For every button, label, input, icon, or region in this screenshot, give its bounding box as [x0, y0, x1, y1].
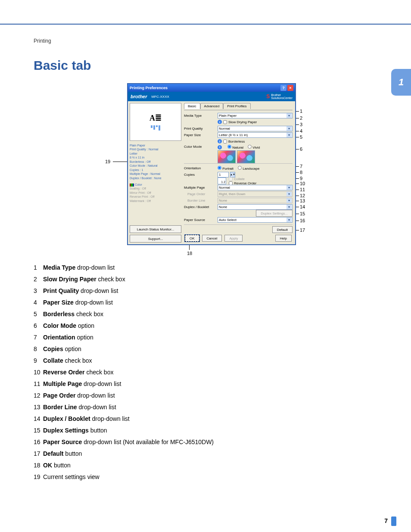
multiple-page-label: Multiple Page	[184, 186, 218, 190]
list-item: 4Paper Size drop-down list	[34, 299, 385, 305]
solutions-center-link[interactable]: S Brother SolutionsCenter	[266, 93, 293, 100]
list-item: 3Print Quality drop-down list	[34, 288, 385, 294]
setting-color: Color	[130, 183, 181, 187]
collate-label: Collate	[234, 177, 245, 181]
preview-chart-icon	[151, 125, 160, 131]
callout-12: 12	[300, 193, 305, 198]
natural-label: Natural	[232, 146, 243, 149]
callout-17: 17	[300, 227, 305, 233]
preview-box: A≣	[130, 103, 181, 141]
callout-14: 14	[300, 204, 305, 209]
color-mode-vivid-radio[interactable]: Vivid	[248, 145, 260, 149]
list-item: 13Border Line drop-down list	[34, 404, 385, 410]
page-order-label: Page Order	[184, 192, 218, 196]
setting-line: Duplex / Booklet : None	[130, 176, 181, 180]
apply-button[interactable]: Apply	[224, 235, 243, 242]
orientation-portrait-radio[interactable]: Portrait	[218, 166, 234, 171]
color-mode-label: Color Mode	[184, 145, 218, 149]
callout-2: 2	[300, 115, 302, 121]
list-item: 10Reverse Order check box	[34, 369, 385, 375]
default-button[interactable]: Default	[272, 226, 293, 233]
list-item: 11Multiple Page drop-down list	[34, 381, 385, 387]
setting-line: Multiple Page : Normal	[130, 172, 181, 176]
page-number-bar	[391, 516, 396, 526]
paper-size-label: Paper Size	[184, 133, 218, 137]
info-icon: i	[218, 145, 222, 149]
list-item: 12Page Order drop-down list	[34, 392, 385, 398]
portrait-label: Portrait	[222, 167, 234, 171]
list-item: 9Collate check box	[34, 358, 385, 364]
list-item: 18OK button	[34, 462, 385, 468]
current-settings-view: Plain PaperPrint Quality : NormalLetter8…	[130, 143, 181, 203]
list-item: 5Borderless check box	[34, 311, 385, 317]
list-item: 6Color Mode option	[34, 323, 385, 329]
setting-line: Mirror Print : Off	[130, 191, 181, 195]
paper-source-dropdown[interactable]: Auto Select	[218, 217, 293, 223]
solutions-icon: S	[266, 93, 270, 100]
setting-line: Watermark : Off	[130, 199, 181, 203]
cancel-button[interactable]: Cancel	[202, 235, 222, 242]
callout-4: 4	[300, 128, 302, 134]
list-item: 19Current settings view	[34, 474, 385, 480]
section-label: Printing	[34, 38, 51, 44]
callout-1: 1	[300, 109, 302, 114]
setting-line: Reverse Print : Off	[130, 195, 181, 199]
media-type-dropdown[interactable]: Plain Paper	[218, 113, 293, 118]
callout-6: 6	[300, 146, 302, 152]
setting-line: Plain Paper	[130, 143, 181, 147]
callout-9: 9	[300, 176, 302, 181]
tab-advanced[interactable]: Advanced	[200, 103, 224, 109]
help-icon[interactable]: ?	[280, 85, 286, 91]
list-item: 15Duplex Settings button	[34, 427, 385, 433]
collate-icon: 1 2	[218, 177, 226, 184]
ok-button[interactable]: OK	[185, 235, 199, 242]
chapter-tab: 1	[391, 69, 411, 96]
page-title: Basic tab	[34, 58, 91, 73]
multiple-page-dropdown[interactable]: Normal	[218, 185, 293, 190]
model-label: MFC-XXXX	[152, 95, 169, 99]
list-item: 2Slow Drying Paper check box	[34, 276, 385, 282]
page-order-dropdown: Right, then Down	[218, 191, 293, 197]
info-icon: i	[218, 120, 222, 124]
duplex-booklet-label: Duplex / Booklet	[184, 205, 218, 209]
print-quality-dropdown[interactable]: Normal	[218, 126, 293, 131]
setting-line: Scaling : Off	[130, 187, 181, 190]
titlebar: Printing Preferences ? ×	[128, 84, 295, 92]
setting-line: Print Quality : Normal	[130, 147, 181, 151]
help-button[interactable]: Help	[275, 235, 292, 242]
brand-logo: brother	[131, 94, 147, 99]
dialog-title: Printing Preferences	[130, 86, 168, 90]
tab-print-profiles[interactable]: Print Profiles	[223, 103, 250, 109]
paper-source-label: Paper Source	[184, 218, 218, 222]
media-type-label: Media Type	[184, 114, 218, 118]
borderless-checkbox[interactable]: Borderless	[223, 140, 245, 143]
callout-8: 8	[300, 170, 302, 175]
dialog-right-pane: Basic Advanced Print Profiles Media Type…	[183, 101, 295, 244]
collate-checkbox[interactable]: Collate	[229, 177, 256, 181]
duplex-settings-button[interactable]: Duplex Settings...	[256, 210, 293, 217]
paper-size-dropdown[interactable]: Letter (8 ½ x 11 in)	[218, 132, 293, 138]
border-line-label: Border Line	[184, 199, 218, 202]
callout-line	[113, 162, 129, 162]
callout-15: 15	[300, 211, 305, 216]
vivid-label: Vivid	[252, 146, 260, 149]
callout-line	[189, 245, 190, 250]
orientation-landscape-radio[interactable]: Landscape	[238, 166, 259, 171]
description-list: 1Media Type drop-down list2Slow Drying P…	[34, 264, 385, 485]
list-item: 14Duplex / Booklet drop-down list	[34, 416, 385, 422]
list-item: 17Default button	[34, 451, 385, 457]
setting-line: Color Mode : Natural	[130, 164, 181, 168]
duplex-booklet-dropdown[interactable]: None	[218, 204, 293, 210]
callout-11: 11	[300, 187, 305, 192]
info-icon: i	[218, 139, 222, 143]
color-mode-natural-radio[interactable]: Natural	[227, 145, 243, 149]
close-icon[interactable]: ×	[287, 85, 293, 91]
callout-19: 19	[105, 159, 110, 164]
copies-input[interactable]: 1	[218, 172, 229, 177]
launch-status-monitor-button[interactable]: Launch Status Monitor...	[130, 225, 181, 233]
slow-drying-paper-checkbox[interactable]: Slow Drying Paper	[223, 120, 257, 124]
support-button[interactable]: Support...	[130, 235, 181, 243]
tab-basic[interactable]: Basic	[184, 103, 200, 109]
figure: 19 18 1234567891011121314151617 Printing…	[105, 84, 308, 260]
print-quality-label: Print Quality	[184, 127, 218, 131]
